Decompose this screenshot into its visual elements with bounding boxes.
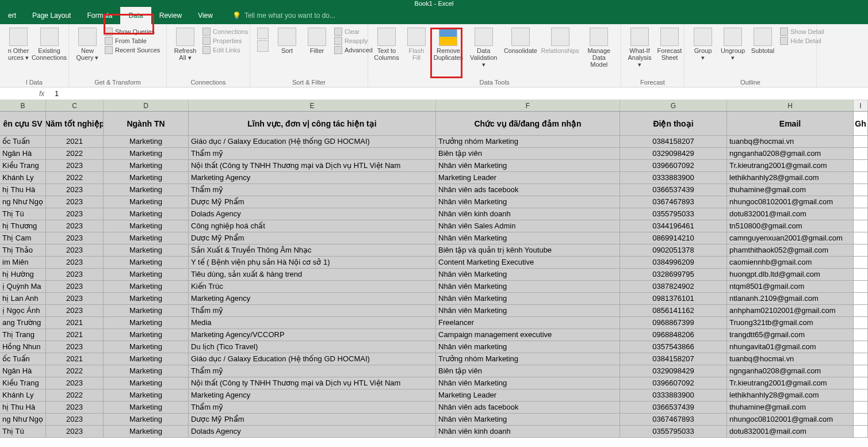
table-row[interactable]: Kiều Trang2023MarketingNội thất (Công ty… xyxy=(0,377,868,389)
cell[interactable]: 0367467893 xyxy=(620,414,727,425)
cell[interactable]: Dolads Agency xyxy=(189,426,436,437)
cell[interactable]: Nhân viên kinh doanh xyxy=(436,208,620,220)
cell[interactable]: Nhân viên Marketing xyxy=(436,377,620,389)
consolidate-button[interactable]: Consolidate xyxy=(503,26,538,69)
ungroup-button[interactable]: Ungroup▾ xyxy=(719,26,747,62)
cell[interactable]: Nội thất (Công ty TNHH Thương mại và Dịc… xyxy=(189,377,436,389)
cell[interactable] xyxy=(854,172,868,184)
cell[interactable]: 2022 xyxy=(46,389,104,401)
cell[interactable]: 0355795033 xyxy=(620,208,727,220)
cell[interactable]: Kiều Trang xyxy=(0,377,46,389)
cell[interactable]: Truong321tb@gmail.com xyxy=(727,317,854,328)
table-row[interactable]: Khánh Ly2022MarketingMarketing AgencyMar… xyxy=(0,389,868,402)
connections-button[interactable]: Connections xyxy=(202,28,248,36)
sort-az-button[interactable] xyxy=(255,26,271,55)
cell[interactable]: Marketing xyxy=(104,184,189,196)
cell[interactable]: Khánh Ly xyxy=(0,172,46,184)
text-to-columns-button[interactable]: Text toColumns xyxy=(373,26,400,69)
cell[interactable]: anhpham02102001@gmail.com xyxy=(727,305,854,316)
cell[interactable]: 2023 xyxy=(46,293,104,304)
from-other-sources-button[interactable]: n Otherurces ▾ xyxy=(5,26,32,62)
cell[interactable] xyxy=(854,184,868,196)
cell[interactable]: Marketing xyxy=(104,244,189,256)
table-row[interactable]: Thị Cam2023MarketingDược Mỹ PhẩmNhân viê… xyxy=(0,232,868,244)
spreadsheet-grid[interactable]: B C D E F G H I ên cựu SV Năm tốt nghiệp… xyxy=(0,100,868,438)
group-button[interactable]: Group▾ xyxy=(689,26,717,62)
cell[interactable]: ng Như Ngọ xyxy=(0,196,46,208)
table-row[interactable]: ốc Tuấn2021MarketingGiáo dục / Galaxy Ed… xyxy=(0,136,868,148)
cell[interactable]: Marketing xyxy=(104,136,189,147)
cell[interactable]: Marketing xyxy=(104,305,189,316)
cell[interactable]: Marketing Agency/VCCORP xyxy=(189,329,436,341)
cell[interactable]: Media xyxy=(189,317,436,328)
cell[interactable]: huongpt.dlb.ltd@gmail.com xyxy=(727,269,854,280)
cell[interactable]: Marketing xyxy=(104,317,189,328)
cell[interactable]: Marketing Agency xyxy=(189,293,436,304)
cell[interactable] xyxy=(854,365,868,377)
cell[interactable]: Nhân viên Marketing xyxy=(436,305,620,316)
cell[interactable]: 0366537439 xyxy=(620,184,727,196)
tell-me-search[interactable]: 💡 Tell me what you want to do... xyxy=(232,12,335,20)
table-row[interactable]: Ngân Hà2022MarketingThẩm mỹBiên tập viên… xyxy=(0,365,868,377)
cell[interactable]: ntqm8501@gmail.com xyxy=(727,281,854,292)
cell[interactable]: Thị Tú xyxy=(0,208,46,220)
cell[interactable]: 0355795033 xyxy=(620,426,727,437)
cell[interactable]: camnguyenxuan2001@gmail.com xyxy=(727,232,854,244)
cell[interactable]: Kiến Trúc xyxy=(189,281,436,292)
col-header-I[interactable]: I xyxy=(854,100,868,111)
cell[interactable]: Thẩm mỹ xyxy=(189,305,436,316)
cell[interactable]: hị Lan Anh xyxy=(0,293,46,304)
cell[interactable]: nhungoc08102001@gmail.com xyxy=(727,414,854,425)
cell[interactable]: 2023 xyxy=(46,426,104,437)
filter-button[interactable]: Filter xyxy=(303,26,331,55)
cell[interactable]: Giáo dục / Galaxy Education (Hệ thống GD… xyxy=(189,136,436,147)
cell[interactable]: 0902051378 xyxy=(620,244,727,256)
cell[interactable]: 2023 xyxy=(46,402,104,413)
cell[interactable]: Nội thất (Công ty TNHH Thương mại và Dịc… xyxy=(189,160,436,171)
cell[interactable]: Marketing xyxy=(104,208,189,220)
header-cell[interactable]: Ngành TN xyxy=(104,112,189,135)
cell[interactable] xyxy=(854,414,868,425)
cell[interactable]: Marketing xyxy=(104,377,189,389)
cell[interactable]: Marketing Leader xyxy=(436,389,620,401)
cell[interactable]: Trưởng nhóm Marketing xyxy=(436,136,620,147)
cell[interactable]: Thẩm mỹ xyxy=(189,184,436,196)
cell[interactable]: lethikhanhly28@gmail.com xyxy=(727,389,854,401)
cell[interactable]: Sản Xuất & Truyền Thông Âm Nhạc xyxy=(189,244,436,256)
cell[interactable] xyxy=(854,389,868,401)
cell[interactable]: Thị Tú xyxy=(0,426,46,437)
cell[interactable]: 0384158207 xyxy=(620,136,727,147)
cell[interactable]: im Miên xyxy=(0,257,46,268)
col-header-H[interactable]: H xyxy=(727,100,854,111)
header-cell[interactable]: Điện thoại xyxy=(620,112,727,135)
cell[interactable] xyxy=(854,353,868,365)
cell[interactable]: Dược Mỹ Phẩm xyxy=(189,196,436,208)
cell[interactable]: Thẩm mỹ xyxy=(189,148,436,159)
table-row[interactable]: Thị Trang2021MarketingMarketing Agency/V… xyxy=(0,329,868,341)
cell[interactable]: 2023 xyxy=(46,377,104,389)
cell[interactable]: 0869914210 xyxy=(620,232,727,244)
cell[interactable]: Tr.kieutrang2001@gmail.com xyxy=(727,377,854,389)
table-row[interactable]: Ngân Hà2022MarketingThẩm mỹBiên tập viên… xyxy=(0,148,868,160)
cell[interactable]: 2022 xyxy=(46,148,104,159)
forecast-sheet-button[interactable]: ForecastSheet xyxy=(656,26,683,69)
cell[interactable] xyxy=(854,426,868,437)
cell[interactable]: 0367467893 xyxy=(620,196,727,208)
data-validation-button[interactable]: DataValidation ▾ xyxy=(466,26,501,69)
new-query-button[interactable]: NewQuery ▾ xyxy=(74,26,101,62)
cell[interactable]: Marketing xyxy=(104,269,189,280)
table-row[interactable]: hị Lan Anh2023MarketingMarketing AgencyN… xyxy=(0,293,868,305)
cell[interactable]: Marketing xyxy=(104,341,189,353)
cell[interactable]: 0981376101 xyxy=(620,293,727,304)
cell[interactable]: hị Thương xyxy=(0,220,46,232)
cell[interactable]: 2023 xyxy=(46,305,104,316)
cell[interactable]: Marketing xyxy=(104,257,189,268)
cell[interactable]: 0396607092 xyxy=(620,160,727,171)
cell[interactable]: Thẩm mỹ xyxy=(189,365,436,377)
cell[interactable]: thuhamine@gmail.com xyxy=(727,402,854,413)
cell[interactable]: Du lịch (Tico Travel) xyxy=(189,341,436,353)
table-row[interactable]: hị Thu Hà2023MarketingThẩm mỹNhân viên a… xyxy=(0,184,868,196)
cell[interactable]: ng Như Ngọ xyxy=(0,414,46,425)
header-cell[interactable]: Lĩnh vực, đơn vị công tác hiện tại xyxy=(189,112,436,135)
cell[interactable]: ntlananh.2109@gmail.com xyxy=(727,293,854,304)
